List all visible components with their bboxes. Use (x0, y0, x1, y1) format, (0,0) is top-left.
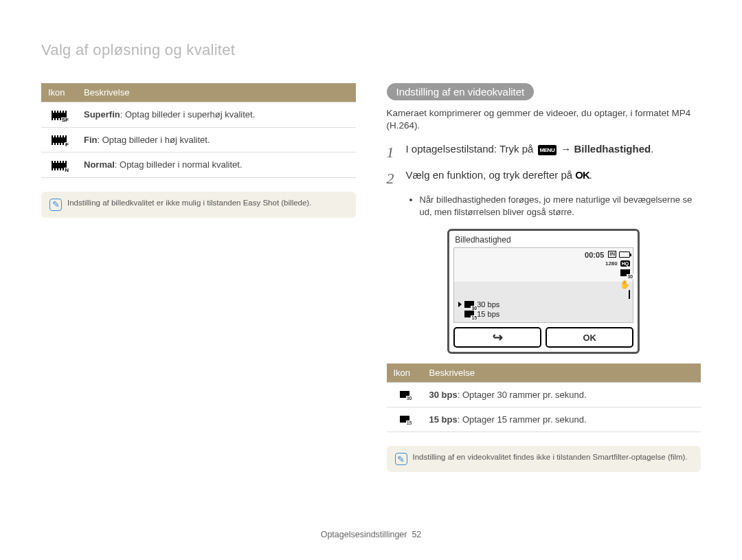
term: 15 bps (429, 414, 458, 425)
th-desc: Beskrivelse (77, 83, 356, 102)
footer-section: Optagelsesindstillinger (321, 530, 407, 539)
battery-icon (619, 251, 630, 258)
page-footer: Optagelsesindstillinger 52 (0, 530, 742, 539)
term: Normal (84, 159, 115, 170)
two-column-layout: Ikon Beskrivelse SF Superfin: Optag bill… (41, 83, 701, 472)
desc: : Optag billeder i normal kvalitet. (115, 159, 243, 170)
note-icon: ✎ (49, 199, 62, 211)
film-icon: 30 (464, 301, 474, 308)
sub-bullet-list: Når billedhastigheden forøges, jo mere n… (387, 194, 701, 218)
table-row: SF Superfin: Optag billeder i superhøj k… (41, 102, 356, 128)
table-row: 30 30 bps: Optager 30 rammer pr. sekund. (387, 383, 701, 407)
note-text: Indstilling af billedkvalitet er ikke mu… (67, 199, 311, 207)
res-badge: 1280 (605, 261, 618, 267)
film-icon: 30 (400, 391, 409, 398)
step2-end: . (589, 169, 592, 181)
screen-status-icons: IN 1280 HQ 30 ✋ (605, 251, 630, 298)
screen-option-list: 30 30 bps 15 15 bps (458, 299, 499, 318)
film-icon: F (52, 135, 67, 145)
term: Superfin (84, 109, 120, 120)
film-icon: N (52, 161, 67, 170)
screen-buttons: ↩ OK (453, 327, 633, 348)
quality-table: Ikon Beskrivelse SF Superfin: Optag bill… (41, 83, 356, 178)
screen-title: Billedhastighed (453, 235, 633, 247)
in-icon: IN (608, 251, 616, 258)
intro-text: Kameraet komprimerer og gemmer de videoe… (387, 107, 701, 132)
section-heading: Indstilling af en videokvalitet (387, 83, 535, 100)
desc: : Optag billeder i superhøj kvalitet. (120, 109, 256, 120)
th-desc: Beskrivelse (423, 363, 701, 383)
list-item: 30 30 bps (458, 300, 499, 309)
desc: : Optag billeder i høj kvalitet. (98, 135, 210, 145)
th-icon: Ikon (41, 83, 77, 102)
ok-glyph: OK (575, 169, 589, 181)
timer-text: 00:05 (585, 251, 604, 259)
step-1: I optagelsestilstand: Tryk på MENU → Bil… (387, 142, 701, 164)
hq-badge: HQ (620, 260, 631, 267)
desc: : Optager 15 rammer pr. sekund. (458, 414, 587, 425)
ok-button: OK (546, 327, 633, 348)
selection-triangle-icon (458, 302, 462, 307)
note-text: Indstilling af en videokvalitet findes i… (413, 453, 688, 461)
table-row: 15 15 bps: Optager 15 rammer pr. sekund. (387, 407, 701, 432)
film-icon: SF (52, 111, 67, 120)
option-label: 15 bps (477, 310, 499, 318)
step1-bold: Billedhastighed (574, 143, 651, 155)
term: Fin (84, 135, 98, 145)
film-icon: 30 (620, 269, 630, 276)
back-button: ↩ (453, 327, 541, 348)
stabilizer-icon: ✋ (620, 280, 630, 289)
term: 30 bps (429, 390, 458, 400)
footer-page-number: 52 (412, 530, 421, 539)
film-icon: 15 (464, 311, 474, 317)
film-icon: 15 (400, 416, 409, 423)
step2-pre: Vælg en funktion, og tryk derefter på (406, 169, 576, 181)
note-box: ✎ Indstilling af en videokvalitet findes… (387, 446, 701, 472)
screen-body: 00:05 IN 1280 HQ 30 ✋ (453, 247, 633, 323)
back-arrow-icon: ↩ (493, 330, 503, 345)
table-row: F Fin: Optag billeder i høj kvalitet. (41, 127, 356, 153)
left-column: Ikon Beskrivelse SF Superfin: Optag bill… (41, 83, 356, 472)
note-icon: ✎ (395, 453, 407, 465)
step1-end: . (651, 143, 653, 155)
desc: : Optager 30 rammer pr. sekund. (458, 390, 587, 400)
step1-pre: I optagelsestilstand: Tryk på (406, 143, 537, 155)
microphone-icon (629, 290, 630, 299)
step-list: I optagelsestilstand: Tryk på MENU → Bil… (387, 142, 701, 190)
page-title: Valg af opløsning og kvalitet (41, 41, 701, 59)
camera-screen-illustration: Billedhastighed 00:05 IN 1280 HQ 30 ✋ (447, 229, 640, 354)
sub-bullet: Når billedhastigheden forøges, jo mere n… (420, 194, 701, 218)
right-column: Indstilling af en videokvalitet Kameraet… (387, 83, 701, 472)
framerate-table: Ikon Beskrivelse 30 30 bps: Optager 30 r… (387, 363, 701, 432)
table-row: N Normal: Optag billeder i normal kvalit… (41, 153, 356, 178)
note-box: ✎ Indstilling af billedkvalitet er ikke … (41, 192, 356, 218)
option-label: 30 bps (477, 300, 499, 309)
menu-icon: MENU (538, 145, 557, 156)
step1-arrow: → (558, 143, 574, 155)
list-item: 15 15 bps (458, 310, 499, 318)
step-2: Vælg en funktion, og tryk derefter på OK… (387, 168, 701, 190)
th-icon: Ikon (387, 363, 423, 383)
